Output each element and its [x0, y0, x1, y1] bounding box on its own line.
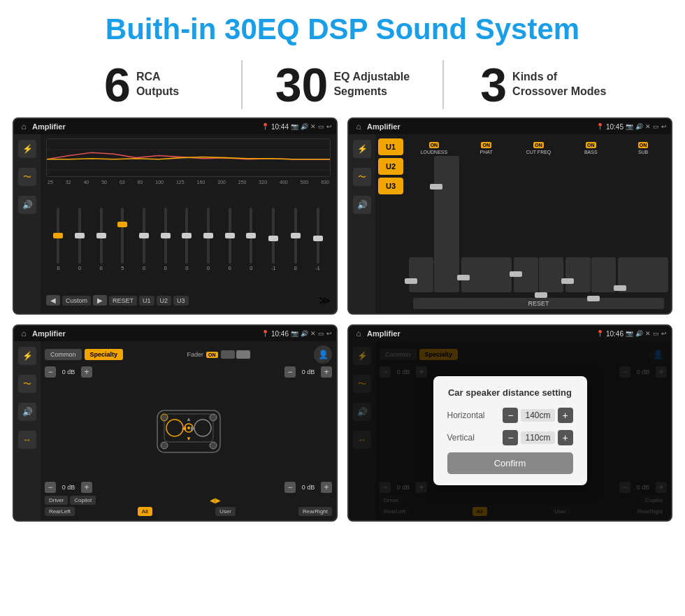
center-arrows-3: ◀ ▶ — [98, 496, 332, 505]
slider-8[interactable]: 0 — [207, 208, 210, 271]
channel-phat: ON PHAT — [461, 137, 512, 155]
slider-5[interactable]: 0 — [143, 208, 145, 271]
eq-u1-button[interactable]: U1 — [139, 296, 154, 306]
amp-reset-button[interactable]: RESET — [413, 298, 664, 309]
cutfreq-track-2[interactable] — [539, 257, 563, 292]
home-icon-1[interactable]: ⌂ — [18, 121, 29, 132]
db-minus-bl[interactable]: − — [45, 482, 56, 493]
slider-4[interactable]: 5 — [121, 208, 124, 271]
eq-main-area: 25 32 40 50 63 80 100 125 160 200 250 32… — [41, 134, 336, 313]
amp-u3-button[interactable]: U3 — [378, 178, 403, 194]
page-title: Buith-in 30EQ DSP Sound System — [0, 0, 685, 53]
distance-dialog: Car speaker distance setting Horizontal … — [433, 376, 587, 485]
slider-12[interactable]: 0 — [294, 208, 297, 271]
screen3-sidebar: ⚡ 〜 🔊 ↔ — [14, 341, 41, 520]
stat-rca-number: 6 — [104, 61, 131, 108]
slider-6[interactable]: 0 — [164, 208, 167, 271]
tab-specialty-3[interactable]: Specialty — [85, 349, 124, 360]
sub-slider-group — [618, 156, 668, 295]
bass-label: BASS — [565, 150, 616, 155]
screen3-main: Common Specialty Fader ON 👤 — [41, 341, 336, 520]
bass-on: ON — [586, 142, 596, 148]
db-controls-top: − 0 dB + − 0 dB + — [45, 366, 332, 378]
wave-icon[interactable]: 〜 — [18, 168, 36, 186]
amp-u1-button[interactable]: U1 — [378, 138, 403, 155]
eq-icon-2[interactable]: ⚡ — [353, 140, 371, 158]
bass-slider-group — [565, 156, 616, 295]
user-btn-3[interactable]: User — [215, 507, 236, 516]
eq-play-button[interactable]: ▶ — [93, 295, 107, 306]
slider-2[interactable]: 0 — [78, 208, 81, 271]
slider-10[interactable]: 0 — [250, 208, 252, 271]
loudness-on: ON — [429, 142, 440, 148]
cutfreq-track-1[interactable] — [514, 257, 538, 292]
rearleft-btn-3[interactable]: RearLeft — [45, 507, 75, 516]
db-plus-tl[interactable]: + — [81, 366, 92, 378]
home-icon-4[interactable]: ⌂ — [353, 328, 364, 339]
svg-text:▲: ▲ — [186, 416, 192, 422]
loudness-track-2[interactable] — [434, 156, 459, 292]
bass-track-2[interactable] — [591, 257, 616, 292]
vertical-minus[interactable]: − — [503, 430, 518, 445]
db-controls-bottom: − 0 dB + − 0 dB + — [45, 482, 332, 493]
home-icon-3[interactable]: ⌂ — [18, 328, 29, 339]
wave-icon-2[interactable]: 〜 — [353, 168, 371, 186]
eq-u3-button[interactable]: U3 — [173, 296, 189, 306]
vertical-plus[interactable]: + — [558, 430, 573, 445]
wave-icon-3[interactable]: 〜 — [18, 375, 36, 393]
eq-prev-button[interactable]: ◀ — [46, 295, 60, 306]
dialog-title: Car speaker distance setting — [447, 387, 573, 398]
screen-amp: ⌂ Amplifier 📍 10:45 📷 🔊 ✕ ▭ ↩ ⚡ 〜 🔊 U1 U… — [347, 117, 672, 315]
amp-u2-button[interactable]: U2 — [378, 158, 403, 175]
horizontal-minus[interactable]: − — [503, 408, 518, 423]
db-minus-tr[interactable]: − — [284, 366, 296, 378]
fader-slider-1[interactable] — [221, 350, 235, 359]
screen1-title: Amplifier — [32, 122, 259, 131]
eq-custom-button[interactable]: Custom — [62, 296, 91, 306]
status-bar-2: ⌂ Amplifier 📍 10:45 📷 🔊 ✕ ▭ ↩ — [349, 119, 671, 134]
eq-icon[interactable]: ⚡ — [18, 140, 36, 158]
rearright-btn-3[interactable]: RearRight — [298, 507, 332, 516]
slider-9[interactable]: 0 — [229, 208, 231, 271]
db-control-tr: − 0 dB + — [284, 366, 332, 378]
settings-icon-3[interactable]: 👤 — [314, 345, 332, 364]
copilot-btn-3[interactable]: Copilot — [70, 496, 96, 505]
slider-1[interactable]: 0 — [57, 208, 59, 271]
arrow-icon-3[interactable]: ↔ — [18, 431, 36, 449]
svg-point-12 — [161, 442, 168, 449]
db-plus-tr[interactable]: + — [321, 366, 332, 378]
tab-common-3[interactable]: Common — [45, 349, 82, 360]
speaker-icon[interactable]: 🔊 — [18, 196, 36, 214]
eq-bottom-bar: ◀ Custom ▶ RESET U1 U2 U3 ≫ — [46, 292, 331, 309]
db-value-tl: 0 dB — [58, 368, 79, 375]
confirm-button[interactable]: Confirm — [447, 452, 573, 474]
eq-reset-button[interactable]: RESET — [109, 296, 137, 306]
eq-icon-3[interactable]: ⚡ — [18, 347, 36, 365]
slider-11[interactable]: -1 — [271, 208, 275, 271]
slider-7[interactable]: 0 — [185, 208, 188, 271]
svg-point-6 — [166, 420, 183, 436]
db-control-bl: − 0 dB + — [45, 482, 92, 493]
db-plus-br[interactable]: + — [321, 482, 332, 493]
sub-track-1[interactable] — [618, 257, 668, 292]
db-minus-br[interactable]: − — [284, 482, 296, 493]
speaker-icon-2[interactable]: 🔊 — [353, 196, 371, 214]
horizontal-plus[interactable]: + — [558, 408, 573, 423]
db-plus-bl[interactable]: + — [81, 482, 92, 493]
svg-text:◀: ◀ — [182, 425, 187, 431]
phat-track-1[interactable] — [461, 257, 512, 292]
all-btn-3[interactable]: All — [138, 507, 152, 516]
slider-3[interactable]: 0 — [100, 208, 103, 271]
loudness-track-1[interactable] — [409, 257, 433, 292]
fader-slider-2[interactable] — [236, 350, 250, 359]
bass-track-1[interactable] — [565, 257, 590, 292]
driver-btn-3[interactable]: Driver — [45, 496, 68, 505]
db-minus-tl[interactable]: − — [45, 366, 56, 378]
eq-u2-button[interactable]: U2 — [157, 296, 172, 306]
svg-point-10 — [161, 414, 168, 421]
slider-13[interactable]: -1 — [315, 208, 319, 271]
speaker-icon-3[interactable]: 🔊 — [18, 403, 36, 421]
screen3-title: Amplifier — [32, 329, 259, 338]
svg-text:▶: ▶ — [191, 425, 196, 431]
home-icon-2[interactable]: ⌂ — [353, 121, 364, 132]
